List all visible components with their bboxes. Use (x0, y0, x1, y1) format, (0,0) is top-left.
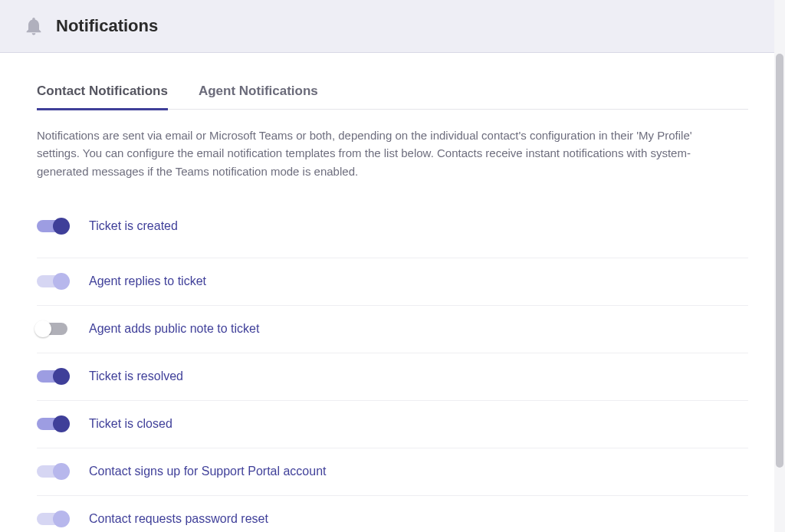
bell-icon (23, 15, 44, 37)
setting-row-agent-public-note: Agent adds public note to ticket (37, 306, 748, 353)
setting-label-contact-signup[interactable]: Contact signs up for Support Portal acco… (89, 465, 327, 478)
setting-label-agent-public-note[interactable]: Agent adds public note to ticket (89, 322, 259, 336)
setting-row-ticket-created: Ticket is created (37, 211, 748, 258)
page-header: Notifications (0, 0, 785, 53)
toggle-ticket-resolved[interactable] (37, 370, 67, 383)
page-title: Notifications (56, 16, 158, 36)
setting-label-ticket-closed[interactable]: Ticket is closed (89, 417, 172, 431)
toggle-ticket-created[interactable] (37, 220, 67, 232)
scrollbar[interactable] (774, 0, 785, 532)
tab-contact-notifications[interactable]: Contact Notifications (37, 74, 168, 110)
setting-label-ticket-created[interactable]: Ticket is created (89, 219, 178, 233)
toggle-password-reset[interactable] (37, 513, 67, 525)
setting-label-ticket-resolved[interactable]: Ticket is resolved (89, 369, 183, 383)
setting-label-password-reset[interactable]: Contact requests password reset (89, 512, 268, 526)
setting-label-agent-replies[interactable]: Agent replies to ticket (89, 274, 206, 288)
setting-row-ticket-closed: Ticket is closed (37, 401, 748, 448)
setting-row-ticket-resolved: Ticket is resolved (37, 353, 748, 401)
setting-row-contact-signup: Contact signs up for Support Portal acco… (37, 448, 748, 496)
tabs-bar: Contact Notifications Agent Notification… (37, 74, 748, 110)
setting-row-agent-replies: Agent replies to ticket (37, 258, 748, 306)
tab-agent-notifications[interactable]: Agent Notifications (199, 74, 318, 110)
setting-row-password-reset: Contact requests password reset (37, 496, 748, 532)
tab-description: Notifications are sent via email or Micr… (37, 126, 711, 180)
toggle-contact-signup[interactable] (37, 465, 67, 478)
toggle-agent-replies[interactable] (37, 275, 67, 287)
scrollbar-thumb[interactable] (776, 54, 783, 468)
toggle-ticket-closed[interactable] (37, 418, 67, 430)
toggle-agent-public-note[interactable] (37, 323, 67, 335)
content-area: Contact Notifications Agent Notification… (0, 74, 785, 532)
settings-list: Ticket is created Agent replies to ticke… (37, 211, 748, 532)
